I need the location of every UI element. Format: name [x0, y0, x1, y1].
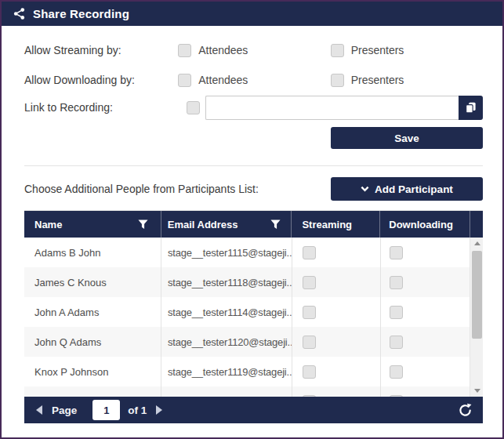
table-row: Knox P Johnson stage__tester1119@stageji… [24, 357, 470, 386]
allow-streaming-row: Allow Streaming by: Attendees Presenters [24, 43, 483, 57]
cell-downloading [380, 267, 470, 297]
dialog-content: Allow Streaming by: Attendees Presenters… [2, 26, 502, 423]
cell-streaming [292, 297, 380, 327]
cell-streaming [292, 238, 380, 267]
cell-name: Mary B Johnson [24, 386, 161, 397]
link-to-recording-label: Link to Recording: [24, 101, 187, 114]
cell-name: John A Adams [24, 297, 161, 327]
cell-downloading [380, 327, 470, 357]
allow-streaming-label: Allow Streaming by: [24, 44, 178, 56]
dialog-titlebar: Share Recording [2, 2, 502, 26]
column-header-streaming: Streaming [291, 211, 379, 238]
share-recording-dialog: Share Recording Allow Streaming by: Atte… [0, 0, 504, 439]
downloading-attendees-group: Attendees [178, 74, 330, 87]
streaming-attendees-checkbox[interactable] [178, 44, 191, 57]
cell-downloading [380, 238, 470, 267]
row-streaming-checkbox[interactable] [303, 336, 316, 349]
copy-link-button[interactable] [459, 96, 483, 120]
cell-downloading [380, 297, 470, 327]
refresh-icon [458, 403, 473, 418]
cell-email: stage__tester1115@stageji... [161, 238, 292, 267]
row-downloading-checkbox[interactable] [390, 395, 403, 397]
streaming-presenters-group: Presenters [331, 44, 483, 57]
column-header-email[interactable]: Email Address [161, 211, 292, 238]
scroll-up-icon[interactable] [470, 238, 483, 249]
table-row: John A Adams stage__tester1114@stageji..… [24, 297, 470, 327]
page-of-label: of 1 [128, 405, 147, 416]
table-row: Adams B John stage__tester1115@stageji..… [24, 238, 470, 267]
scrollbar-thumb[interactable] [472, 251, 482, 339]
filter-funnel-icon[interactable] [138, 220, 148, 230]
downloading-presenters-checkbox[interactable] [331, 74, 344, 87]
copy-icon [465, 102, 477, 114]
table-row: Mary B Johnson stage__tester1117@stageji… [24, 386, 470, 397]
row-streaming-checkbox[interactable] [303, 365, 316, 379]
presenters-label: Presenters [351, 74, 404, 86]
allow-downloading-row: Allow Downloading by: Attendees Presente… [24, 73, 483, 87]
row-downloading-checkbox[interactable] [390, 246, 403, 259]
row-downloading-checkbox[interactable] [390, 336, 403, 349]
streaming-presenters-checkbox[interactable] [331, 44, 344, 57]
save-button[interactable]: Save [331, 127, 483, 149]
cell-streaming [292, 357, 380, 386]
page-label: Page [52, 405, 77, 416]
presenters-label: Presenters [351, 44, 404, 56]
participants-table: Name Email Address [24, 210, 483, 423]
cell-email: stage__tester1120@stageji... [161, 327, 292, 357]
page-next-icon[interactable] [156, 405, 162, 415]
refresh-button[interactable] [458, 403, 473, 418]
link-enable-checkbox[interactable] [187, 101, 200, 114]
table-pager: Page of 1 [24, 397, 483, 423]
column-header-streaming-label: Streaming [302, 219, 352, 230]
downloading-presenters-group: Presenters [331, 74, 483, 87]
add-participant-label: Add Participant [375, 183, 453, 195]
row-downloading-checkbox[interactable] [390, 306, 403, 319]
column-header-downloading-label: Downloading [389, 219, 453, 230]
cell-downloading [380, 357, 470, 386]
table-scrollbar[interactable] [470, 238, 483, 397]
table-header: Name Email Address [24, 211, 483, 238]
column-header-email-label: Email Address [168, 219, 238, 230]
row-streaming-checkbox[interactable] [303, 395, 316, 397]
row-streaming-checkbox[interactable] [303, 276, 316, 289]
row-streaming-checkbox[interactable] [303, 246, 316, 259]
row-streaming-checkbox[interactable] [303, 306, 316, 319]
column-header-name[interactable]: Name [24, 211, 161, 238]
share-icon [13, 7, 26, 20]
recording-link-input[interactable] [205, 96, 459, 120]
cell-email: stage__tester1114@stageji... [161, 297, 292, 327]
save-row: Save [24, 127, 483, 149]
downloading-attendees-checkbox[interactable] [178, 74, 191, 87]
table-header-scroll-corner [470, 211, 483, 238]
row-downloading-checkbox[interactable] [390, 365, 403, 379]
table-body: Adams B John stage__tester1115@stageji..… [24, 238, 483, 397]
filter-funnel-icon[interactable] [270, 220, 281, 230]
streaming-attendees-group: Attendees [178, 44, 330, 57]
link-to-recording-row: Link to Recording: [24, 95, 483, 120]
add-participant-button[interactable]: Add Participant [331, 177, 483, 201]
section-divider [24, 165, 483, 166]
table-row: James C Knous stage__tester1118@stageji.… [24, 267, 470, 297]
page-prev-icon[interactable] [36, 405, 42, 415]
column-header-downloading: Downloading [379, 211, 470, 238]
cell-email: stage__tester1119@stageji... [161, 357, 292, 386]
cell-name: John Q Adams [24, 327, 161, 357]
column-header-name-label: Name [34, 219, 62, 230]
cell-downloading [380, 386, 470, 397]
chevron-down-icon [361, 186, 369, 192]
participants-heading: Choose Additional People from Participan… [24, 183, 259, 195]
scroll-down-icon[interactable] [470, 385, 483, 397]
row-downloading-checkbox[interactable] [390, 276, 403, 289]
cell-streaming [292, 386, 380, 397]
cell-name: Adams B John [24, 238, 161, 267]
cell-streaming [292, 327, 380, 357]
participants-header-row: Choose Additional People from Participan… [24, 177, 483, 201]
cell-email: stage__tester1117@stageji... [161, 386, 292, 397]
page-number-input[interactable] [92, 400, 120, 420]
cell-streaming [292, 267, 380, 297]
attendees-label: Attendees [198, 74, 248, 86]
cell-name: Knox P Johnson [24, 357, 161, 386]
allow-downloading-label: Allow Downloading by: [24, 74, 178, 86]
table-row: John Q Adams stage__tester1120@stageji..… [24, 327, 470, 357]
cell-name: James C Knous [24, 267, 161, 297]
